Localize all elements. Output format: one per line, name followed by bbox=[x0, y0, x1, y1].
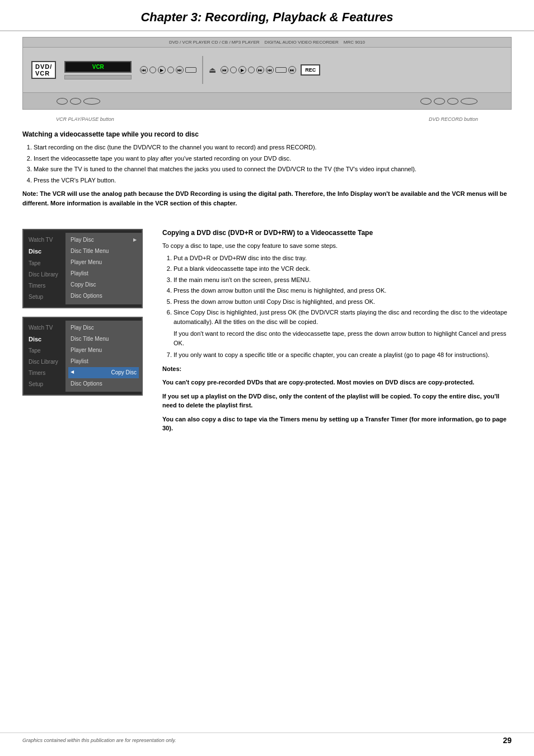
submenu-playlist-2: Playlist bbox=[68, 356, 139, 367]
sidebar-disc-library-1: Disc Library bbox=[26, 269, 63, 280]
vcr-oval-btn-2 bbox=[70, 98, 81, 105]
copy-step-1: Put a DVD+R or DVD+RW disc into the disc… bbox=[174, 253, 512, 263]
dvd-oval-buttons bbox=[420, 98, 477, 105]
vcr-transport-buttons: ⏮ ▶ ⏭ bbox=[140, 66, 196, 74]
chapter-header: Chapter 3: Recording, Playback & Feature… bbox=[0, 0, 534, 31]
note2: If you set up a playlist on the DVD disc… bbox=[162, 392, 512, 410]
vcr-tape-slot bbox=[64, 75, 132, 79]
copy-step-7: If you only want to copy a specific titl… bbox=[174, 350, 512, 360]
device-bottom bbox=[23, 92, 511, 109]
two-column-layout: Watch TV Disc Tape Disc Library Timers S… bbox=[22, 229, 512, 438]
submenu-disc-options-2: Disc Options bbox=[68, 378, 139, 389]
sidebar-tape-2: Tape bbox=[26, 345, 63, 356]
dvd-oval-btn-3 bbox=[447, 98, 458, 105]
vcr-caption: VCR PLAY/PAUSE button bbox=[56, 116, 114, 122]
dvd-ff-btn: ⏭ bbox=[256, 66, 264, 74]
vcr-rew-btn: ⏮ bbox=[140, 66, 148, 74]
device-separator bbox=[202, 56, 203, 84]
step-4: Press the VCR's PLAY button. bbox=[34, 176, 512, 185]
dvd-oval-btn-wide bbox=[461, 98, 477, 105]
menu-sidebar-2: Watch TV Disc Tape Disc Library Timers S… bbox=[24, 321, 65, 392]
logo-text: DVD/ bbox=[35, 63, 52, 70]
menu-submenu-1: Play Disc Disc Title Menu Player Menu Pl… bbox=[65, 233, 142, 304]
dvd-section: ⏏ ⏮ ▶ ⏭ ⏮ ⏭ REC bbox=[209, 64, 320, 76]
dvd-record-box: REC bbox=[301, 64, 320, 76]
dvd-caption: DVD RECORD button bbox=[429, 116, 478, 122]
dvd-controls: ⏮ ▶ ⏭ ⏮ ⏭ bbox=[221, 66, 296, 74]
menu-screenshot-1: Watch TV Disc Tape Disc Library Timers S… bbox=[22, 229, 143, 308]
dvd-oval-btn-2 bbox=[434, 98, 445, 105]
menu-container-2: Watch TV Disc Tape Disc Library Timers S… bbox=[24, 321, 142, 392]
vcr-device: DVD / VCR PLAYER CD / CB / MP3 PLAYER DI… bbox=[22, 37, 512, 110]
section2-text-col: Copying a DVD disc (DVD+R or DVD+RW) to … bbox=[162, 229, 512, 438]
vcr-pause-btn bbox=[167, 67, 174, 73]
note1: You can't copy pre-recorded DVDs that ar… bbox=[162, 378, 512, 387]
copy-step-6-extra: If you don't want to record the disc ont… bbox=[174, 329, 512, 348]
submenu-play-disc-1: Play Disc bbox=[68, 234, 139, 246]
menu-container-1: Watch TV Disc Tape Disc Library Timers S… bbox=[24, 233, 142, 304]
device-main-body: DVD/VCR VCR ⏮ ▶ ⏭ bbox=[23, 48, 511, 92]
copy-step-6: Since Copy Disc is highlighted, just pre… bbox=[174, 308, 512, 348]
chapter-title: Chapter 3: Recording, Playback & Feature… bbox=[22, 10, 512, 25]
vcr-ff-btn: ⏭ bbox=[176, 66, 184, 74]
section1-heading: Watching a videocassette tape while you … bbox=[22, 130, 512, 138]
section2-area: Watch TV Disc Tape Disc Library Timers S… bbox=[0, 218, 534, 443]
copy-step-3: If the main menu isn't on the screen, pr… bbox=[174, 275, 512, 285]
submenu-disc-options-1: Disc Options bbox=[68, 290, 139, 302]
submenu-player-menu-1: Player Menu bbox=[68, 257, 139, 268]
step-2: Insert the videocassette tape you want t… bbox=[34, 154, 512, 163]
sidebar-watch-tv-1: Watch TV bbox=[26, 234, 63, 246]
notes-heading: Notes: bbox=[162, 364, 512, 374]
page-footer: Graphics contained within this publicati… bbox=[0, 732, 534, 748]
vcr-stop-btn bbox=[149, 67, 156, 73]
footer-graphics-note: Graphics contained within this publicati… bbox=[22, 738, 176, 743]
section2-steps: Put a DVD+R or DVD+RW disc into the disc… bbox=[174, 253, 512, 360]
section2-heading: Copying a DVD disc (DVD+R or DVD+RW) to … bbox=[162, 229, 512, 237]
menu-sidebar-1: Watch TV Disc Tape Disc Library Timers S… bbox=[24, 233, 65, 304]
copy-step-5: Press the down arrow button until Copy D… bbox=[174, 297, 512, 307]
dvd-oval-btn-1 bbox=[420, 98, 432, 105]
vcr-oval-buttons bbox=[57, 98, 100, 105]
menu-submenu-2: Play Disc Disc Title Menu Player Menu Pl… bbox=[65, 321, 142, 392]
sidebar-disc-2: Disc bbox=[26, 334, 63, 346]
sidebar-disc-library-2: Disc Library bbox=[26, 356, 63, 368]
arrow-left-indicator: ◀ bbox=[71, 369, 74, 376]
vcr-play-btn: ▶ bbox=[158, 66, 166, 74]
submenu-copy-disc-1: Copy Disc bbox=[68, 279, 139, 290]
device-captions: VCR PLAY/PAUSE button DVD RECORD button bbox=[22, 115, 512, 125]
device-model-bar: DVD / VCR PLAYER CD / CB / MP3 PLAYER DI… bbox=[23, 37, 511, 48]
vcr-display: VCR bbox=[64, 61, 132, 73]
sidebar-setup-1: Setup bbox=[26, 292, 63, 303]
sidebar-watch-tv-2: Watch TV bbox=[26, 322, 63, 334]
step-3: Make sure the TV is tuned to the channel… bbox=[34, 165, 512, 174]
dvd-pause-btn bbox=[248, 67, 255, 73]
sidebar-disc-1: Disc bbox=[26, 246, 63, 258]
sidebar-timers-2: Timers bbox=[26, 368, 63, 379]
device-image-area: DVD / VCR PLAYER CD / CB / MP3 PLAYER DI… bbox=[22, 37, 512, 125]
submenu-disc-title-menu-2: Disc Title Menu bbox=[68, 334, 139, 345]
dvd-rew-btn: ⏮ bbox=[221, 66, 228, 74]
menu-screenshots-col: Watch TV Disc Tape Disc Library Timers S… bbox=[22, 229, 151, 438]
submenu-copy-disc-2: ◀Copy Disc bbox=[68, 367, 139, 378]
vcr-rec-btn bbox=[185, 67, 196, 73]
submenu-play-disc-2: Play Disc bbox=[68, 322, 139, 334]
submenu-player-menu-2: Player Menu bbox=[68, 345, 139, 356]
page: Chapter 3: Recording, Playback & Feature… bbox=[0, 0, 534, 756]
copy-step-4: Press the down arrow button until the Di… bbox=[174, 286, 512, 295]
dvd-extra-btn bbox=[275, 67, 287, 73]
note3: You can also copy a disc to tape via the… bbox=[162, 415, 512, 433]
sidebar-setup-2: Setup bbox=[26, 379, 63, 390]
logo-text2: VCR bbox=[35, 70, 50, 77]
vcr-oval-btn-wide bbox=[83, 98, 100, 105]
sidebar-tape-1: Tape bbox=[26, 258, 63, 269]
section1-area: Watching a videocassette tape while you … bbox=[0, 125, 534, 218]
copy-step-2: Put a blank videocassette tape into the … bbox=[174, 264, 512, 274]
dvd-play-btn: ▶ bbox=[238, 66, 246, 74]
page-number: 29 bbox=[503, 736, 512, 745]
vcr-slot-area: VCR bbox=[64, 61, 132, 79]
dvd-stop-btn bbox=[230, 67, 237, 73]
dvd-arrow-btn: ⏭ bbox=[288, 66, 296, 74]
vcr-oval-btn-1 bbox=[57, 98, 68, 105]
step-1: Start recording on the disc (tune the DV… bbox=[34, 143, 512, 152]
menu-screenshot-2: Watch TV Disc Tape Disc Library Timers S… bbox=[22, 317, 143, 396]
